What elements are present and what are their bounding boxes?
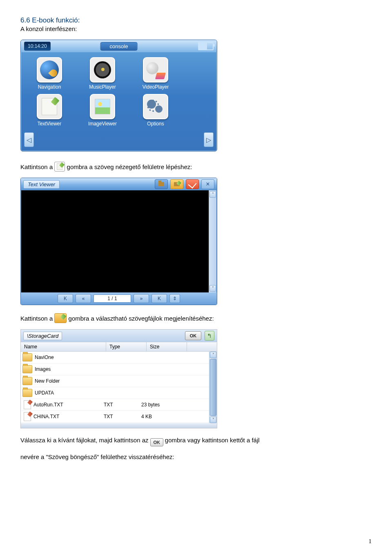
statusbar: [21, 423, 217, 428]
clock: 10:14:20: [24, 42, 51, 51]
globe-icon: [37, 57, 62, 83]
column-headers: Name Type Size: [21, 342, 217, 352]
textviewer-titlebar: Text Viewer ×: [21, 178, 217, 190]
scroll-down-icon[interactable]: ˅: [210, 417, 216, 423]
browse-folder-icon: [54, 313, 67, 323]
console-window: 10:14:20 console Navigation MusicPlayer …: [20, 40, 217, 152]
app-label: MusicPlayer: [82, 84, 123, 90]
file-name: NaviOne: [35, 355, 104, 360]
app-grid: Navigation MusicPlayer VideoPlayer TextV…: [29, 57, 176, 127]
prev-page-button[interactable]: «: [76, 294, 91, 303]
col-type[interactable]: Type: [106, 342, 147, 351]
file-browser-window: \StorageCard OK ↰ Name Type Size NaviOne…: [20, 329, 217, 428]
section-subtitle: A konzol interfészen:: [20, 25, 372, 32]
textviewer-navbar: K « 1 / 1 » K ⇕: [21, 292, 217, 305]
file-row[interactable]: UPDATA: [21, 387, 217, 399]
file-row[interactable]: Images: [21, 363, 217, 375]
page-right-button[interactable]: ▷: [204, 132, 214, 147]
app-options[interactable]: Options: [135, 94, 176, 127]
bookmark-button[interactable]: [186, 179, 199, 189]
window-title: console: [100, 42, 138, 51]
file-size: 4 KB: [140, 414, 178, 419]
file-row[interactable]: CHINA.TXTTXT4 KB: [21, 411, 217, 423]
app-label: VideoPlayer: [135, 84, 176, 90]
file-size: 23 bytes: [140, 402, 178, 408]
file-icon: [24, 412, 31, 421]
ok-icon: OK: [150, 438, 163, 446]
page-indicator: 1 / 1: [94, 294, 131, 303]
file-type: TXT: [103, 402, 140, 408]
app-label: TextViewer: [29, 121, 70, 127]
scroll-up-icon[interactable]: ˄: [210, 352, 216, 358]
file-name: UPDATA: [35, 390, 104, 396]
app-navigation[interactable]: Navigation: [29, 57, 70, 90]
section-title: 6.6 E-book funkció:: [20, 16, 372, 25]
instruction-2: Kattintson a gombra a választható szöveg…: [20, 313, 372, 323]
app-musicplayer[interactable]: MusicPlayer: [82, 57, 123, 90]
file-name: Images: [35, 366, 104, 372]
file-row[interactable]: AutoRun.TXTTXT23 bytes: [21, 399, 217, 411]
folder-icon: [22, 353, 32, 361]
text-icon: [37, 94, 62, 119]
app-imageviewer[interactable]: ImageViewer: [82, 94, 123, 127]
file-name: AutoRun.TXT: [33, 402, 103, 408]
file-icon: [24, 400, 31, 409]
film-icon: [143, 57, 168, 83]
next-page-button[interactable]: »: [134, 294, 149, 303]
instruction-3: Válassza ki a kívánt fájlokat, majd katt…: [20, 437, 372, 460]
path-display: \StorageCard: [23, 332, 62, 340]
folder-icon: [22, 377, 32, 385]
disc-icon: [90, 57, 115, 83]
scrollbar[interactable]: ˄ ˅: [209, 190, 216, 292]
first-page-button[interactable]: K: [58, 294, 73, 303]
text-content-area: ˄ ˅: [21, 190, 217, 292]
scroll-thumb[interactable]: [210, 359, 216, 416]
close-button[interactable]: ×: [201, 179, 214, 189]
ok-button[interactable]: OK: [185, 331, 201, 340]
browse-button[interactable]: [170, 179, 183, 189]
scroll-down-icon[interactable]: ˅: [209, 285, 216, 292]
file-name: New Folder: [35, 378, 104, 384]
page-left-button[interactable]: ◁: [24, 132, 34, 147]
app-textviewer[interactable]: TextViewer: [29, 94, 70, 127]
file-name: CHINA.TXT: [33, 414, 103, 419]
battery-icon: [198, 42, 214, 50]
col-name[interactable]: Name: [21, 342, 106, 351]
textviewer-window: Text Viewer × ˄ ˅ K « 1 / 1 » K ⇕: [20, 178, 217, 305]
console-titlebar: 10:14:20 console: [21, 40, 217, 52]
instruction-1: Kattintson a gombra a szöveg nézegető fe…: [20, 162, 372, 172]
image-icon: [90, 94, 115, 119]
open-folder-button[interactable]: [155, 179, 168, 189]
folder-icon: [22, 365, 32, 373]
line-scroll-button[interactable]: ⇕: [169, 294, 180, 303]
folder-icon: [22, 389, 32, 397]
textviewer-icon: [54, 162, 65, 172]
window-title: Text Viewer: [23, 180, 60, 189]
app-label: Navigation: [29, 84, 70, 90]
last-page-button[interactable]: K: [151, 294, 167, 303]
col-size[interactable]: Size: [147, 342, 187, 351]
file-row[interactable]: NaviOne: [21, 352, 217, 363]
scroll-up-icon[interactable]: ˄: [209, 191, 216, 198]
gear-icon: [143, 94, 168, 119]
app-videoplayer[interactable]: VideoPlayer: [135, 57, 176, 90]
app-label: Options: [135, 121, 176, 127]
file-row[interactable]: New Folder: [21, 375, 217, 387]
up-folder-button[interactable]: ↰: [205, 331, 214, 341]
file-type: TXT: [103, 414, 140, 419]
file-browser-toolbar: \StorageCard OK ↰: [21, 330, 217, 342]
file-list: NaviOneImagesNew FolderUPDATAAutoRun.TXT…: [21, 352, 217, 423]
scrollbar[interactable]: ˄ ˅: [209, 352, 217, 423]
app-label: ImageViewer: [82, 121, 123, 127]
